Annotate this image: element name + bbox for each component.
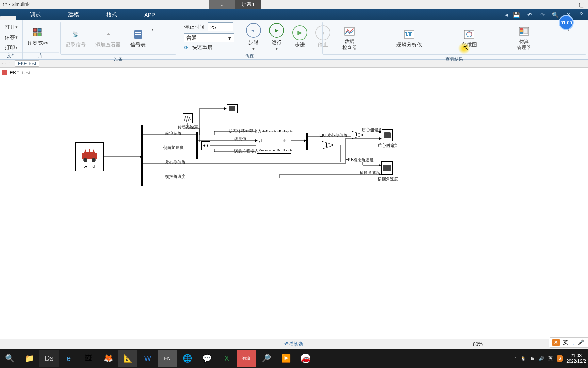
- taskbar-edge[interactable]: 🌐: [178, 350, 197, 367]
- taskbar-matlab[interactable]: 📐: [118, 350, 137, 367]
- block-vs-sf[interactable]: vs_sf: [75, 142, 104, 171]
- birdseye-button[interactable]: 鸟瞰图: [457, 22, 482, 54]
- record-signal-button[interactable]: 📡 记录信号: [61, 22, 91, 54]
- tray-volume-icon[interactable]: 🔊: [539, 356, 544, 361]
- mic-icon[interactable]: 🎤: [578, 339, 584, 346]
- open-button[interactable]: 打开▼: [5, 22, 18, 32]
- tray-expand-icon[interactable]: ^: [514, 356, 517, 361]
- block-scope-ekf-beta[interactable]: [382, 129, 393, 141]
- block-noise[interactable]: [183, 113, 193, 123]
- taskbar-youdao[interactable]: 有道: [237, 350, 256, 367]
- taskbar-endnote[interactable]: EN: [158, 350, 177, 367]
- svg-rect-0: [33, 28, 37, 32]
- print-button[interactable]: 打印▼: [5, 43, 18, 52]
- library-group-label: 库: [23, 52, 59, 59]
- taskbar-app-ds[interactable]: Ds: [39, 350, 59, 367]
- ime-indicator[interactable]: S 英 ·, 🎤: [549, 337, 588, 348]
- menubar-back-icon[interactable]: ◂: [505, 11, 508, 19]
- chevron-down-icon: ▼: [227, 35, 232, 41]
- library-browser-icon: [32, 27, 44, 39]
- undo-icon[interactable]: ↶: [525, 10, 534, 19]
- block-ekf[interactable]: StateTransitionFcnInputs y1xhat Measurem…: [257, 128, 291, 154]
- library-browser-button[interactable]: 库浏览器: [23, 20, 53, 52]
- save-icon[interactable]: 💾: [512, 10, 521, 19]
- chevron-down-icon: ▼: [15, 35, 18, 39]
- tab-modeling[interactable]: 建模: [54, 9, 93, 20]
- svg-rect-19: [86, 149, 89, 152]
- logic-analyzer-button[interactable]: 逻辑分析仪: [392, 22, 427, 54]
- taskbar-wechat[interactable]: 💬: [197, 350, 216, 367]
- taskbar-excel[interactable]: X: [217, 350, 236, 367]
- taskbar: 🔍 📁 Ds e 🖼 🦊 📐 W EN 🌐 💬 X 有道 🔎 ▶️ 🚗 ^ 🐧 …: [0, 349, 588, 368]
- screen-selector[interactable]: ⌄ 屏幕1: [209, 0, 261, 9]
- run-button[interactable]: ▶ 运行 ▼: [269, 23, 284, 51]
- add-viewer-button[interactable]: 🖥 添加查看器: [91, 22, 126, 54]
- redo-icon[interactable]: ↷: [538, 10, 547, 19]
- block-gain1[interactable]: 1: [321, 141, 335, 150]
- taskbar-photos[interactable]: 🖼: [79, 350, 98, 367]
- taskbar-word[interactable]: W: [138, 350, 157, 367]
- ribbon: 打开▼ 保存▼ 打印▼ 文件 库浏览器 库 📡 记录信号 🖥 添加查: [0, 20, 588, 60]
- start-button[interactable]: 🔍: [0, 350, 19, 367]
- tab-app[interactable]: APP: [131, 10, 169, 20]
- search-icon[interactable]: 🔍: [551, 10, 560, 19]
- signal-table-button[interactable]: 信号表: [126, 22, 150, 54]
- taskbar-clock[interactable]: 21:03 2022/12/2: [566, 353, 586, 364]
- help-icon[interactable]: ?: [576, 10, 586, 19]
- data-inspector-button[interactable]: 数据 检查器: [338, 22, 361, 54]
- save-button[interactable]: 保存▼: [5, 32, 18, 42]
- breadcrumb-item[interactable]: EKF_test: [15, 60, 39, 67]
- tray-app-icon[interactable]: 🐧: [521, 356, 526, 361]
- taskbar-everything[interactable]: 🔎: [257, 350, 276, 367]
- minimize-icon[interactable]: —: [562, 1, 569, 8]
- svg-rect-16: [520, 32, 523, 34]
- simulation-mode-select[interactable]: 普通 ▼: [184, 33, 234, 42]
- step-forward-button[interactable]: |▶ 步进: [292, 25, 307, 48]
- noise-block-label: 传感器噪声: [178, 124, 198, 130]
- svg-rect-17: [524, 28, 528, 34]
- breadcrumb-up-icon[interactable]: ⇧: [9, 61, 12, 66]
- taskbar-video[interactable]: ▶️: [276, 350, 295, 367]
- taskbar-explorer[interactable]: 📁: [20, 350, 39, 367]
- taskbar-ie[interactable]: e: [59, 350, 78, 367]
- block-mux-small[interactable]: [196, 132, 198, 159]
- tray-network-icon[interactable]: 🖥: [530, 356, 535, 361]
- birdseye-icon: [463, 29, 475, 40]
- save-label: 保存: [5, 34, 15, 41]
- maximize-icon[interactable]: ▢: [579, 1, 585, 9]
- block-scope-top[interactable]: [227, 104, 238, 113]
- ekf-port1-label: 状态转移方程输入: [229, 128, 261, 134]
- tray-ime-lang[interactable]: 英: [548, 355, 553, 362]
- breadcrumb-back-icon[interactable]: ⇦: [2, 61, 6, 66]
- birdseye-label: 鸟瞰图: [462, 42, 477, 48]
- stop-time-input[interactable]: [208, 22, 233, 31]
- tray-sogou-icon[interactable]: S: [557, 355, 563, 362]
- tab-debug[interactable]: 调试: [16, 9, 54, 20]
- noise-icon: [184, 114, 192, 122]
- block-demux[interactable]: [141, 125, 143, 186]
- step-back-button[interactable]: ◂| 步退 ▼: [246, 23, 261, 51]
- tab-simulation[interactable]: [0, 16, 16, 20]
- ekf-port3-label: 观测方程输入: [234, 148, 259, 154]
- add-viewer-icon: 🖥: [102, 29, 114, 40]
- sogou-icon: S: [552, 339, 560, 346]
- block-sum[interactable]: + +: [201, 141, 210, 150]
- scope-screen-icon: [384, 132, 391, 138]
- print-label: 打印: [5, 44, 15, 51]
- block-scope-yaw[interactable]: [381, 161, 393, 175]
- taskbar-firefox[interactable]: 🦊: [99, 350, 118, 367]
- svg-rect-5: [135, 32, 141, 33]
- step-back-icon: ◂|: [246, 23, 261, 38]
- model-path[interactable]: EKF_test: [10, 70, 31, 75]
- status-diagnostics-link[interactable]: 查看诊断: [284, 341, 304, 347]
- fast-restart-button[interactable]: ⟳ 快速重启: [184, 44, 234, 51]
- signal-yawrate: 横摆角速度: [165, 174, 185, 180]
- simulink-canvas[interactable]: vs_sf 传感器噪声 + + StateTransitionFcnInputs…: [0, 77, 588, 272]
- screen-dropdown-icon[interactable]: ⌄: [209, 0, 235, 9]
- block-demux2[interactable]: [306, 133, 308, 150]
- tab-format[interactable]: 格式: [93, 9, 131, 20]
- sim-manager-button[interactable]: 仿真 管理器: [512, 22, 536, 54]
- sim-manager-label1: 仿真: [519, 39, 529, 45]
- window-title: t * - Simulink: [3, 2, 30, 7]
- taskbar-carsim[interactable]: 🚗: [296, 350, 315, 367]
